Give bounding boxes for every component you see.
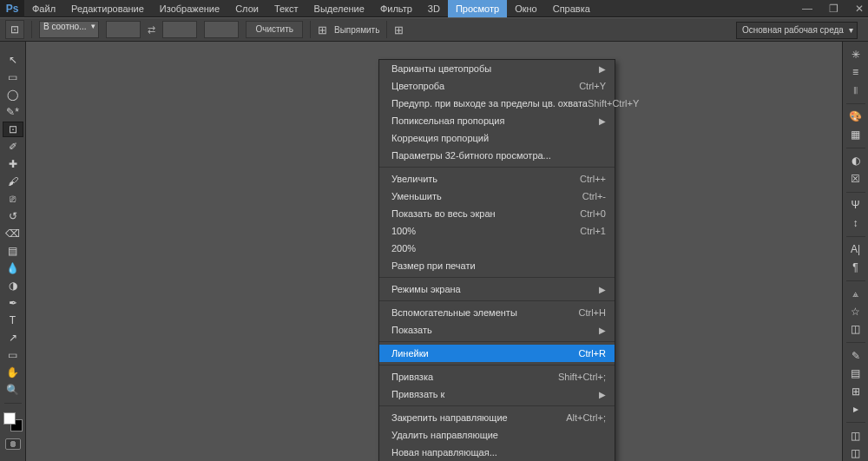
res-field[interactable]: [204, 21, 239, 38]
menu-текст[interactable]: Текст: [266, 0, 306, 17]
hand-tool[interactable]: ✋: [3, 365, 23, 380]
zoom-tool[interactable]: 🔍: [3, 382, 23, 398]
window-controls: — ❐ ✕: [800, 0, 866, 17]
menu-окно[interactable]: Окно: [507, 0, 545, 17]
menuitem-линейки[interactable]: ЛинейкиCtrl+R: [379, 345, 615, 362]
layers-comp-panel[interactable]: ☆: [846, 304, 865, 319]
history-panel[interactable]: ≡: [846, 65, 865, 81]
submenu-arrow-icon: ▶: [599, 285, 606, 294]
menuitem-предупр.-при-выходе-за-пределы-цв.-охвата[interactable]: Предупр. при выходе за пределы цв. охват…: [379, 95, 615, 112]
submenu-arrow-icon: ▶: [599, 64, 606, 74]
brush-tool[interactable]: 🖌: [3, 174, 23, 189]
menu-слои[interactable]: Слои: [227, 0, 266, 17]
notes-panel[interactable]: ✎: [846, 348, 865, 364]
blur-tool[interactable]: 💧: [3, 260, 23, 276]
3d-panel[interactable]: ⟁: [846, 286, 865, 301]
menuitem-привязать-к[interactable]: Привязать к▶: [379, 385, 615, 403]
glyphs-panel[interactable]: A|: [846, 241, 865, 257]
channels-panel[interactable]: ◫: [846, 446, 865, 461]
menu-просмотр[interactable]: Просмотр: [448, 0, 507, 17]
menu-редактирование[interactable]: Редактирование: [63, 0, 152, 17]
styles-panel[interactable]: ☒: [846, 171, 865, 187]
quick-select-tool[interactable]: ✎*: [3, 104, 23, 120]
color-panel[interactable]: 🎨: [846, 109, 865, 125]
minimize-button[interactable]: —: [800, 3, 814, 15]
timeline-panel[interactable]: ▤: [846, 366, 865, 381]
menuitem-показать-во-весь-экран[interactable]: Показать во весь экранCtrl+0: [379, 205, 615, 222]
ratio-select[interactable]: В соотно...: [39, 21, 99, 38]
menuitem-цветопроба[interactable]: ЦветопробаCtrl+Y: [379, 77, 615, 95]
width-field[interactable]: [106, 21, 141, 38]
type-tool[interactable]: T: [3, 313, 23, 328]
quick-mask-toggle[interactable]: [5, 438, 21, 450]
menu-фильтр[interactable]: Фильтр: [372, 0, 420, 17]
menu-3d[interactable]: 3D: [420, 0, 448, 17]
actions-panel[interactable]: ▸: [846, 402, 865, 418]
paragraph-panel[interactable]: ↕: [846, 215, 865, 231]
eraser-tool[interactable]: ⌫: [3, 226, 23, 241]
menu-выделение[interactable]: Выделение: [306, 0, 372, 17]
measure-panel[interactable]: ⊞: [846, 384, 865, 399]
histogram-panel[interactable]: ⫴: [846, 82, 865, 98]
menuitem-показать[interactable]: Показать▶: [379, 321, 615, 339]
close-button[interactable]: ✕: [852, 3, 866, 15]
layers-panel[interactable]: ◫: [846, 321, 865, 337]
canvas-area[interactable]: Варианты цветопробы▶ЦветопробаCtrl+YПред…: [26, 42, 842, 461]
swap-icon[interactable]: ⇄: [148, 24, 155, 36]
menuitem-уменьшить[interactable]: УменьшитьCtrl+-: [379, 188, 615, 205]
view-menu-dropdown: Варианты цветопробы▶ЦветопробаCtrl+YПред…: [378, 59, 615, 461]
character-panel[interactable]: Ψ: [846, 197, 865, 213]
history-brush-tool[interactable]: ↺: [3, 208, 23, 224]
shape-tool[interactable]: ▭: [3, 347, 23, 363]
menuitem-варианты-цветопробы[interactable]: Варианты цветопробы▶: [379, 60, 615, 77]
menuitem-закрепить-направляющие[interactable]: Закрепить направляющиеAlt+Ctrl+;: [379, 409, 615, 426]
crop-tool-icon[interactable]: ⊡: [5, 20, 24, 39]
maximize-button[interactable]: ❐: [826, 3, 840, 15]
menuitem-размер-при-печати[interactable]: Размер при печати: [379, 257, 615, 274]
crop-tool[interactable]: ⊡: [3, 122, 23, 137]
left-toolbar: ↖▭◯✎*⊡✐✚🖌⎚↺⌫▤💧◑✒T↗▭✋🔍: [0, 42, 26, 461]
paths-panel[interactable]: ◫: [846, 428, 865, 444]
stamp-tool[interactable]: ⎚: [3, 191, 23, 207]
menuitem-попиксельная-пропорция[interactable]: Попиксельная пропорция▶: [379, 112, 615, 129]
menuitem-100%[interactable]: 100%Ctrl+1: [379, 222, 615, 240]
path-tool[interactable]: ↗: [3, 330, 23, 346]
overlay-grid-icon[interactable]: ⊞: [394, 23, 404, 36]
gradient-tool[interactable]: ▤: [3, 243, 23, 259]
menuitem-200%[interactable]: 200%: [379, 240, 615, 257]
menuitem-коррекция-пропорций[interactable]: Коррекция пропорций: [379, 129, 615, 147]
title-bar: Ps ФайлРедактированиеИзображениеСлоиТекс…: [0, 0, 868, 17]
clear-button[interactable]: Очистить: [246, 21, 303, 38]
move-tool[interactable]: ↖: [3, 52, 23, 68]
brushes-panel[interactable]: ✳: [846, 47, 865, 63]
color-swatch[interactable]: [3, 412, 23, 431]
straighten-icon[interactable]: ⊞: [318, 23, 327, 36]
menuitem-параметры-32-битного-просмотра...[interactable]: Параметры 32-битного просмотра...: [379, 147, 615, 164]
menuitem-вспомогательные-элементы[interactable]: Вспомогательные элементыCtrl+H: [379, 304, 615, 321]
workspace-switcher[interactable]: Основная рабочая среда: [736, 22, 858, 39]
right-panel-strip: ✳≡⫴🎨▦◐☒Ψ↕A|¶⟁☆◫✎▤⊞▸◫◫: [842, 42, 868, 461]
adjustments-panel[interactable]: ◐: [846, 153, 865, 168]
eyedropper-tool[interactable]: ✐: [3, 139, 23, 155]
pen-tool[interactable]: ✒: [3, 295, 23, 311]
healing-tool[interactable]: ✚: [3, 156, 23, 172]
ps-logo: Ps: [0, 0, 24, 17]
menuitem-режимы-экрана[interactable]: Режимы экрана▶: [379, 280, 615, 298]
height-field[interactable]: [162, 21, 197, 38]
menuitem-удалить-направляющие[interactable]: Удалить направляющие: [379, 426, 615, 444]
menu-файл[interactable]: Файл: [24, 0, 63, 17]
lasso-tool[interactable]: ◯: [3, 87, 23, 102]
swatches-panel[interactable]: ▦: [846, 127, 865, 142]
submenu-arrow-icon: ▶: [599, 116, 606, 126]
menuitem-новая-направляющая...[interactable]: Новая направляющая...: [379, 444, 615, 461]
paragraph-style-panel[interactable]: ¶: [846, 260, 865, 275]
menu-справка[interactable]: Справка: [545, 0, 598, 17]
dodge-tool[interactable]: ◑: [3, 278, 23, 293]
menuitem-увеличить[interactable]: УвеличитьCtrl++: [379, 170, 615, 188]
straighten-label: Выпрямить: [334, 25, 379, 35]
submenu-arrow-icon: ▶: [599, 390, 606, 399]
menuitem-привязка[interactable]: ПривязкаShift+Ctrl+;: [379, 368, 615, 385]
main-area: ↖▭◯✎*⊡✐✚🖌⎚↺⌫▤💧◑✒T↗▭✋🔍 Варианты цветопроб…: [0, 42, 868, 461]
marquee-tool[interactable]: ▭: [3, 69, 23, 85]
menu-изображение[interactable]: Изображение: [152, 0, 227, 17]
